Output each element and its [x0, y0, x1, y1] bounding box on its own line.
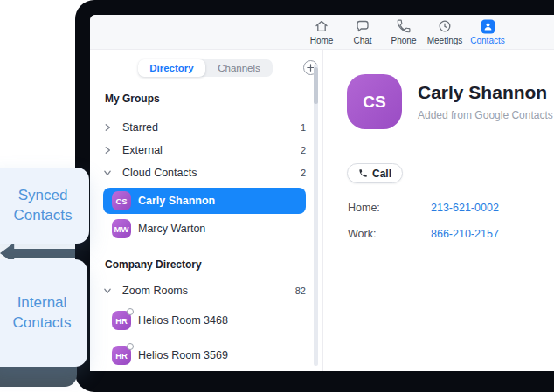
group-count: 2: [301, 168, 306, 178]
room-name: Helios Room 3569: [138, 349, 228, 361]
directory-channels-switch: Directory Channels: [138, 59, 273, 77]
group-label: Cloud Contacts: [122, 167, 197, 179]
contact-detail-panel: CS Carly Shannon Added from Google Conta…: [324, 50, 554, 371]
chevron-down-icon: [102, 168, 113, 177]
phone-icon: [396, 18, 412, 34]
group-count: 1: [301, 122, 306, 133]
avatar: MW: [112, 219, 131, 238]
home-icon: [314, 18, 329, 34]
callout-line: Contacts: [13, 206, 72, 225]
phone-work-label: Work:: [348, 228, 376, 240]
room-row-helios-3468[interactable]: HR Helios Room 3468: [102, 309, 309, 332]
avatar: CS: [112, 191, 131, 210]
nav-home-label: Home: [310, 36, 334, 45]
tab-channels[interactable]: Channels: [205, 59, 273, 77]
callout-line: Internal: [17, 293, 67, 313]
group-row-cloud-contacts[interactable]: Cloud Contacts 2: [102, 162, 309, 184]
group-count: 2: [301, 145, 306, 155]
callout-line: Synced: [18, 186, 68, 205]
room-row-helios-3569[interactable]: HR Helios Room 3569: [102, 344, 309, 367]
tab-directory[interactable]: Directory: [138, 59, 205, 77]
scrollbar-thumb[interactable]: [314, 67, 318, 104]
contact-row-carly-shannon-selected[interactable]: CS Carly Shannon: [103, 188, 306, 214]
offline-status-icon: [127, 308, 134, 315]
chevron-right-icon: [102, 123, 113, 132]
callout-internal-contacts: Internal Contacts: [0, 259, 87, 367]
group-row-external[interactable]: External 2: [102, 139, 309, 162]
top-navbar: Home Chat Phone Meetings: [90, 15, 554, 50]
nav-home[interactable]: Home: [298, 18, 345, 45]
call-button[interactable]: Call: [347, 163, 403, 183]
group-row-starred[interactable]: Starred 1: [102, 116, 309, 139]
group-count: 82: [295, 285, 306, 296]
nav-meetings-label: Meetings: [427, 36, 463, 45]
zoom-app-window: Home Chat Phone Meetings: [90, 15, 554, 371]
contact-row-marcy-warton[interactable]: MW Marcy Warton: [102, 217, 309, 240]
phone-home-number[interactable]: 213-621-0002: [431, 202, 499, 214]
group-label: Starred: [122, 121, 158, 134]
call-button-label: Call: [372, 168, 391, 180]
phone-work-number[interactable]: 866-210-2157: [431, 228, 499, 240]
nav-meetings[interactable]: Meetings: [421, 18, 468, 45]
nav-contacts-label: Contacts: [470, 36, 504, 45]
nav-phone[interactable]: Phone: [380, 18, 427, 45]
avatar: HR: [112, 311, 131, 330]
room-name: Helios Room 3468: [138, 314, 228, 327]
section-my-groups: My Groups: [105, 93, 160, 105]
contact-source-note: Added from Google Contacts: [418, 109, 553, 121]
nav-chat-label: Chat: [353, 36, 371, 45]
nav-chat[interactable]: Chat: [339, 18, 386, 45]
marketing-composition: Home Chat Phone Meetings: [0, 0, 554, 392]
callout-synced-contacts: Synced Contacts: [0, 168, 89, 244]
meetings-icon: [437, 18, 453, 34]
offline-status-icon: [127, 343, 134, 350]
chevron-down-icon: [102, 286, 113, 295]
chevron-right-icon: [102, 146, 113, 155]
group-row-zoom-rooms[interactable]: Zoom Rooms 82: [102, 279, 309, 302]
contacts-icon: [481, 18, 495, 34]
phone-home-label: Home:: [348, 202, 380, 214]
group-label: External: [122, 144, 163, 156]
sidebar-scrollbar[interactable]: [314, 64, 318, 366]
contact-avatar-large: CS: [347, 74, 402, 129]
contact-name: Carly Shannon: [138, 195, 215, 207]
nav-phone-label: Phone: [391, 36, 417, 45]
callout-line: Contacts: [12, 313, 71, 333]
call-phone-icon: [358, 168, 368, 178]
section-company-directory: Company Directory: [105, 258, 202, 271]
contact-detail-name: Carly Shannon: [418, 82, 547, 103]
avatar: HR: [112, 346, 131, 365]
group-label: Zoom Rooms: [122, 285, 188, 297]
contact-name: Marcy Warton: [138, 223, 205, 235]
chat-icon: [355, 18, 370, 34]
contacts-sidebar: Directory Channels My Groups Starred 1 E…: [90, 50, 323, 371]
nav-contacts[interactable]: Contacts: [464, 18, 511, 45]
